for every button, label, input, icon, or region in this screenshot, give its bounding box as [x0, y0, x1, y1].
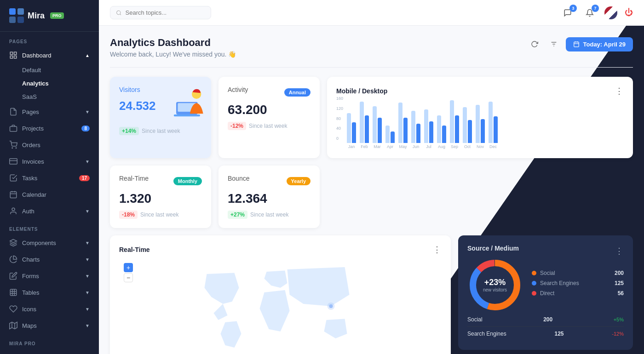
sidebar-item-auth[interactable]: Auth ▼ — [0, 203, 99, 219]
source-menu[interactable]: ⋮ — [615, 246, 624, 256]
map-zoom-out[interactable]: − — [124, 273, 133, 282]
map-icon — [9, 321, 17, 330]
sidebar-item-orders[interactable]: Orders — [0, 137, 99, 153]
activity-change-label: Since last week — [249, 123, 287, 129]
bar-feb: Feb — [360, 102, 369, 149]
bar-aug-light — [437, 115, 441, 143]
sidebar-item-invoices[interactable]: Invoices ▼ — [0, 153, 99, 170]
search-box[interactable] — [110, 6, 211, 19]
bar-feb-light — [360, 102, 364, 143]
piechart-icon — [9, 255, 17, 263]
y-40: 40 — [336, 126, 343, 131]
bar-sep-dark — [455, 115, 459, 143]
edit-icon — [9, 272, 17, 280]
svg-rect-13 — [10, 192, 17, 198]
divider — [110, 67, 633, 68]
direct-dot — [532, 291, 536, 296]
y-0: 0 — [336, 136, 343, 141]
donut-center: +23% new visitors — [483, 278, 507, 292]
user-icon — [9, 207, 17, 215]
page-header: Analytics Dashboard Welcome back, Lucy! … — [110, 37, 633, 58]
activity-card-header: Activity Annual — [228, 86, 310, 99]
page-title-area: Analytics Dashboard Welcome back, Lucy! … — [110, 37, 236, 58]
bar-jul: Jul — [424, 109, 433, 149]
sidebar-item-charts[interactable]: Charts ▼ — [0, 251, 99, 268]
bar-dec: Dec — [489, 102, 498, 149]
sidebar-item-forms[interactable]: Forms ▼ — [0, 268, 99, 284]
bar-aug-label: Aug — [438, 144, 445, 149]
source-social-val: 200 — [543, 316, 552, 323]
search-input[interactable] — [126, 9, 205, 16]
map-zoom-in[interactable]: + — [124, 263, 133, 272]
donut-pct: +23% — [483, 278, 507, 287]
svg-rect-19 — [10, 289, 17, 296]
pages-chevron: ▼ — [85, 109, 90, 114]
forms-chevron: ▼ — [85, 274, 90, 279]
task-icon — [9, 174, 17, 182]
bounce-change: +27% Since last week — [228, 211, 310, 219]
date-button[interactable]: Today: April 29 — [566, 37, 633, 51]
filter-button[interactable] — [546, 37, 561, 51]
mobile-desktop-card: Mobile / Desktop ⋮ 160 120 80 40 0 — [327, 77, 633, 158]
bar-apr-light — [385, 126, 390, 143]
tasks-label: Tasks — [22, 175, 37, 182]
alerts-button[interactable]: 7 — [582, 6, 597, 20]
date-label: Today: April 29 — [583, 41, 626, 48]
bottom-row: Real-Time ⋮ + − — [110, 235, 633, 354]
map-menu[interactable]: ⋮ — [433, 245, 442, 255]
search-value: 125 — [615, 280, 624, 286]
legend-social: Social 200 — [532, 270, 624, 276]
sidebar-item-tables[interactable]: Tables ▼ — [0, 284, 99, 301]
bar-mar-label: Mar — [374, 144, 381, 149]
sidebar-item-dashboard[interactable]: Dashboard ▲ — [0, 47, 99, 63]
calendar-label: Calendar — [22, 191, 46, 198]
svg-marker-18 — [10, 240, 17, 243]
logo-area: Mira PRO — [0, 0, 99, 32]
svg-marker-24 — [10, 322, 17, 329]
activity-pct: -12% — [228, 122, 246, 130]
activity-change: -12% Since last week — [228, 122, 310, 130]
sidebar-item-pages[interactable]: Pages ▼ — [0, 103, 99, 120]
top-stats-row: Visitors 24.532 +14% Since last week — [110, 77, 633, 158]
sidebar-item-projects[interactable]: Projects 8 — [0, 120, 99, 137]
y-80: 80 — [336, 116, 343, 121]
bounce-card-header: Bounce Yearly — [228, 175, 310, 188]
svg-point-17 — [12, 208, 15, 211]
icons-label: Icons — [22, 306, 36, 313]
svg-point-10 — [16, 148, 17, 148]
projects-label: Projects — [22, 125, 44, 132]
sidebar-item-tasks[interactable]: Tasks 17 — [0, 170, 99, 186]
components-label: Components — [22, 240, 56, 246]
language-selector[interactable] — [604, 6, 617, 19]
bar-dec-light — [489, 102, 493, 143]
sidebar-item-default[interactable]: Default — [0, 63, 99, 77]
chart-menu[interactable]: ⋮ — [615, 86, 624, 96]
notifications-button[interactable]: 3 — [560, 6, 575, 20]
svg-rect-7 — [14, 56, 17, 58]
bounce-change-label: Since last week — [250, 211, 288, 218]
refresh-button[interactable] — [527, 37, 542, 51]
power-button[interactable]: ⏻ — [625, 8, 633, 17]
bar-jan-label: Jan — [348, 144, 355, 149]
social-label: Social — [540, 270, 555, 276]
chart-header: Mobile / Desktop ⋮ — [336, 86, 624, 96]
maps-chevron: ▼ — [85, 323, 90, 328]
calendar-icon — [9, 190, 17, 199]
sidebar-item-calendar[interactable]: Calendar — [0, 186, 99, 203]
sidebar-item-components[interactable]: Components ▼ — [0, 234, 99, 251]
svg-point-27 — [117, 11, 121, 14]
sidebar-item-maps[interactable]: Maps ▼ — [0, 317, 99, 334]
tables-label: Tables — [22, 289, 40, 296]
source-social-chg: +5% — [614, 317, 624, 322]
header: 3 7 ⏻ — [99, 0, 644, 26]
chart-title: Mobile / Desktop — [336, 87, 387, 95]
pages-section-label: PAGES — [0, 32, 99, 47]
page-subtitle: Welcome back, Lucy! We've missed you. 👋 — [110, 51, 236, 58]
direct-label: Direct — [540, 290, 554, 297]
sidebar-item-icons[interactable]: Icons ▼ — [0, 301, 99, 317]
bar-jun-light — [411, 111, 415, 143]
sidebar-item-saas[interactable]: SaaS — [0, 90, 99, 103]
source-row-social: Social 200 +5% — [467, 313, 624, 327]
bar-mar-light — [373, 106, 377, 143]
sidebar-item-analytics[interactable]: Analytics — [0, 77, 99, 90]
